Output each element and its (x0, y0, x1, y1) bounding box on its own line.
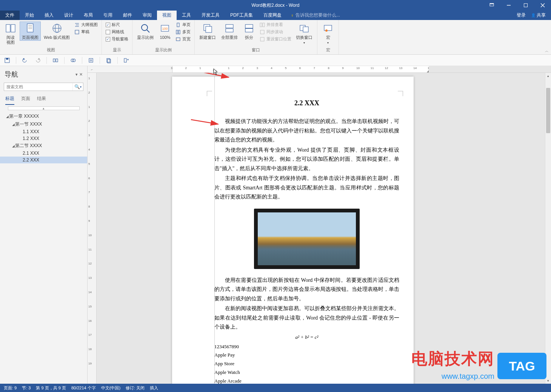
tab-file[interactable]: 文件 (0, 11, 20, 20)
tab-baidu[interactable]: 百度网盘 (258, 11, 287, 20)
scroll-thumb[interactable] (546, 88, 550, 133)
zoom-100-button[interactable]: 100 100% (157, 22, 173, 41)
outline-view-button[interactable]: 大纲视图 (73, 22, 99, 28)
qat-icon-1[interactable] (51, 56, 60, 65)
save-icon[interactable] (3, 56, 11, 65)
tab-view[interactable]: 视图 (157, 11, 177, 20)
vertical-scrollbar[interactable]: ▴ ▾ (545, 73, 551, 384)
macros-button[interactable]: 宏▾ (320, 22, 336, 46)
status-track-changes[interactable]: 修订: 关闭 (126, 385, 145, 391)
tab-home[interactable]: 开始 (20, 11, 39, 20)
nav-tab-pages[interactable]: 页面 (21, 95, 30, 105)
navpane-close-icon[interactable]: ✕ (79, 72, 83, 77)
navpane-checkbox[interactable]: ✓导航窗格 (104, 36, 130, 42)
svg-rect-1 (490, 3, 494, 4)
nav-tree-item[interactable]: 1.1 XXX (0, 128, 87, 135)
web-view-button[interactable]: Web 版式视图 (42, 22, 72, 41)
navpane-dropdown-icon[interactable]: ▾ (75, 72, 78, 77)
switch-window-button[interactable]: 切换窗口▾ (294, 22, 315, 46)
lightbulb-icon: ♀ (291, 13, 294, 18)
nav-tab-results[interactable]: 结果 (37, 95, 46, 105)
one-page-button[interactable]: 单页 (174, 22, 192, 28)
read-view-button[interactable]: 阅读 视图 (2, 22, 19, 46)
svg-rect-38 (303, 27, 308, 32)
collapse-ribbon-icon[interactable]: ︿ (545, 48, 549, 54)
maximize-icon[interactable] (517, 0, 534, 11)
switch-window-icon (298, 22, 310, 34)
qat-icon-2[interactable] (69, 56, 77, 65)
tab-tools[interactable]: 工具 (177, 11, 196, 20)
vertical-ruler[interactable]: 121234567891011121314151617181920212223 (88, 73, 96, 377)
percent-icon: 100 (159, 22, 171, 34)
tab-review[interactable]: 审阅 (137, 11, 157, 20)
draft-view-button[interactable]: 草稿 (73, 29, 99, 35)
nav-tree-item[interactable]: ◢第一节 XXXX (0, 120, 87, 128)
redo-icon[interactable] (34, 56, 42, 65)
multi-page-button[interactable]: 多页 (174, 29, 192, 35)
gridlines-checkbox[interactable]: 网格线 (104, 29, 130, 35)
svg-text:100: 100 (162, 27, 168, 31)
status-page[interactable]: 页面: 9 (4, 385, 17, 391)
tree-item-label: 第二节 XXXX (15, 143, 42, 149)
checkbox-icon: ✓ (106, 37, 110, 42)
minimize-icon[interactable] (500, 0, 517, 11)
status-word-count[interactable]: 80/2214 个字 (71, 385, 96, 391)
zoom-button[interactable]: 显示比例 (135, 22, 156, 41)
window-controls (483, 0, 551, 11)
nav-tree-item[interactable]: 2.2 XXX (0, 157, 87, 163)
nav-tree: ◢第一章 XXXXX◢第一节 XXXX1.1 XXX1.2 XXX◢第二节 XX… (0, 112, 87, 164)
new-window-button[interactable]: 新建窗口 (197, 22, 218, 41)
share-button[interactable]: 👤 共享 (531, 12, 546, 18)
embedded-image[interactable] (254, 209, 360, 269)
ribbon-options-icon[interactable] (483, 0, 500, 11)
reset-window-button: 重设窗口位置 (258, 36, 293, 42)
tab-pdf[interactable]: PDF工具集 (225, 11, 258, 20)
chevron-down-icon: ▾ (327, 41, 329, 45)
nav-tree-item[interactable]: ◢第二节 XXXX (0, 142, 87, 150)
nav-tree-item[interactable]: 1.2 XXX (0, 135, 87, 142)
nav-tree-item[interactable]: 2.1 XXX (0, 150, 87, 157)
ruler-checkbox[interactable]: ✓标尺 (104, 22, 130, 28)
new-window-icon (202, 22, 214, 34)
nav-search-input[interactable] (4, 83, 72, 91)
nav-scroll-up-icon[interactable]: ▴ (8, 106, 80, 110)
login-button[interactable]: 登录 (517, 12, 526, 18)
status-language[interactable]: 中文(中国) (101, 385, 120, 391)
svg-rect-3 (524, 4, 527, 7)
undo-icon[interactable] (21, 56, 29, 65)
arrange-all-button[interactable]: 全部重排 (219, 22, 240, 41)
qat-icon-3[interactable] (87, 56, 95, 65)
document-area: ⌐ 12123456789101112131415161718192021222… (88, 66, 551, 384)
tab-mailings[interactable]: 邮件 (118, 11, 137, 20)
scroll-up-icon[interactable]: ▴ (545, 73, 551, 79)
search-icon[interactable]: 🔍▾ (72, 83, 83, 91)
tab-references[interactable]: 引用 (98, 11, 118, 20)
qat-icon-5[interactable] (122, 56, 131, 65)
split-button[interactable]: 拆分 (241, 22, 257, 41)
tab-design[interactable]: 设计 (59, 11, 78, 20)
page-width-button[interactable]: 页宽 (174, 36, 192, 42)
svg-rect-30 (226, 29, 233, 32)
svg-rect-51 (124, 58, 126, 62)
tab-developer[interactable]: 开发工具 (196, 11, 225, 20)
close-icon[interactable] (534, 0, 551, 11)
document-canvas[interactable]: 2.2 XXX 视频提供了功能强大的方法帮助您证明您的观点。当您单击联机视频时，… (97, 73, 551, 384)
tab-layout[interactable]: 布局 (78, 11, 98, 20)
nav-search-box[interactable]: 🔍▾ (4, 83, 83, 91)
tell-me-search[interactable]: ♀ 告诉我您想要做什么... (291, 11, 340, 20)
scroll-down-icon[interactable]: ▾ (545, 378, 551, 384)
status-section[interactable]: 节: 3 (22, 385, 31, 391)
navigation-pane: 导航 ▾ ✕ 🔍▾ 标题 页面 结果 ▴ ◢第一章 XXXXX◢第一节 XXXX… (0, 66, 88, 384)
status-insert[interactable]: 插入 (150, 385, 158, 391)
margin-guide (214, 77, 215, 384)
side-by-side-button: 并排查看 (258, 22, 293, 28)
nav-tree-item[interactable]: ◢第一章 XXXXX (0, 112, 87, 120)
page-view-button[interactable]: 页面视图 (20, 22, 41, 41)
qat-icon-4[interactable] (105, 56, 113, 65)
titlebar: Word教程2.docx - Word (0, 0, 551, 11)
status-page-count[interactable]: 第 9 页，共 9 页 (36, 385, 66, 391)
svg-rect-8 (27, 24, 33, 32)
nav-tab-headings[interactable]: 标题 (5, 95, 14, 105)
tab-insert[interactable]: 插入 (39, 11, 59, 20)
horizontal-ruler[interactable]: 3211234567891011121314151617 (97, 66, 551, 73)
